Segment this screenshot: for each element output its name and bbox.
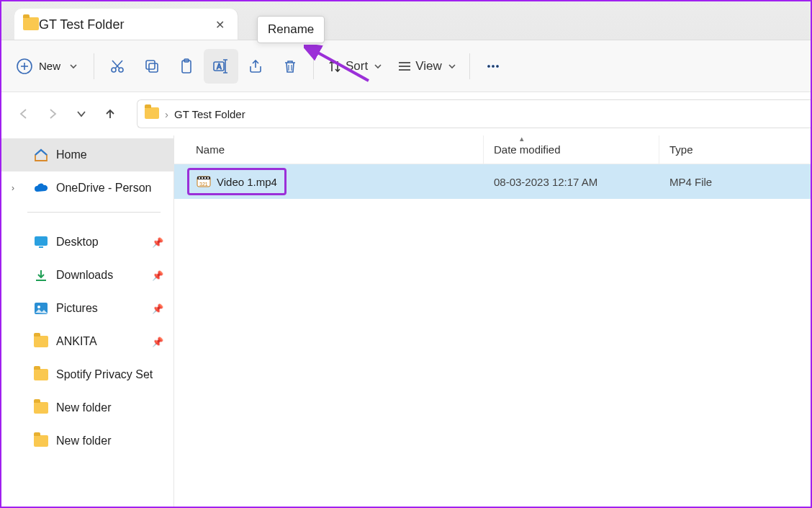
rename-tooltip: Rename [257, 16, 325, 43]
copy-button[interactable] [135, 49, 169, 84]
divider [27, 212, 161, 213]
forward-button[interactable] [40, 102, 65, 126]
sidebar-item-newfolder[interactable]: New folder [1, 391, 173, 424]
nav-row: › GT Test Folder [1, 92, 811, 135]
sort-label: Sort [346, 59, 368, 73]
address-bar[interactable]: › GT Test Folder [137, 99, 811, 128]
sidebar: Home › OneDrive - Person Desktop 📌 Downl… [1, 135, 174, 507]
column-header-date[interactable]: Date modified [484, 135, 659, 164]
new-button[interactable]: New [9, 49, 88, 84]
column-header-name[interactable]: Name [174, 135, 484, 164]
trash-icon [281, 58, 299, 75]
pictures-icon [33, 300, 49, 316]
rename-icon: A [212, 58, 230, 75]
paste-button[interactable] [169, 49, 204, 84]
toolbar: New A Sort View [1, 40, 811, 92]
sidebar-item-pictures[interactable]: Pictures 📌 [1, 292, 173, 325]
svg-text:321: 321 [199, 182, 208, 187]
pin-icon: 📌 [152, 237, 163, 248]
svg-rect-24 [39, 246, 43, 248]
svg-point-20 [487, 65, 490, 67]
sidebar-label: New folder [56, 401, 111, 414]
share-button[interactable] [238, 49, 273, 84]
column-header-type[interactable]: Type [659, 135, 811, 164]
new-label: New [39, 60, 60, 72]
sidebar-label: Pictures [56, 302, 98, 315]
breadcrumb-separator: › [165, 108, 168, 120]
download-icon [33, 267, 49, 283]
sidebar-label: Desktop [56, 236, 99, 249]
svg-rect-9 [146, 61, 155, 69]
divider [469, 53, 470, 79]
svg-point-21 [492, 65, 494, 67]
sidebar-item-spotify[interactable]: Spotify Privacy Set [1, 358, 173, 391]
svg-text:A: A [217, 63, 222, 71]
sidebar-item-onedrive[interactable]: › OneDrive - Person [1, 171, 173, 205]
window-tab[interactable]: GT Test Folder ✕ [14, 9, 238, 40]
sidebar-label: Downloads [56, 269, 113, 282]
sidebar-label: Spotify Privacy Set [56, 368, 153, 381]
sidebar-label: New folder [56, 435, 111, 447]
sort-indicator-icon: ▴ [520, 134, 524, 143]
more-button[interactable] [476, 49, 510, 84]
file-type: MP4 File [659, 176, 811, 188]
scissors-icon [109, 58, 126, 75]
folder-icon [23, 17, 39, 32]
copy-icon [143, 58, 161, 75]
sort-button[interactable]: Sort [320, 49, 389, 84]
sidebar-label: OneDrive - Person [56, 182, 152, 195]
pin-icon: 📌 [152, 303, 163, 314]
rename-button[interactable]: A [204, 49, 238, 84]
cloud-icon [33, 180, 49, 196]
svg-rect-29 [199, 177, 200, 179]
svg-point-22 [496, 65, 498, 67]
plus-circle-icon [16, 58, 33, 75]
svg-rect-8 [149, 63, 158, 72]
sidebar-item-newfolder[interactable]: New folder [1, 424, 173, 458]
folder-icon [33, 367, 49, 383]
folder-icon [33, 400, 49, 416]
close-icon[interactable]: ✕ [212, 15, 227, 35]
file-name: Video 1.mp4 [217, 176, 277, 188]
sort-icon [327, 58, 343, 74]
folder-icon [33, 334, 49, 349]
recent-dropdown[interactable] [69, 102, 94, 126]
sidebar-label: ANKITA [56, 335, 97, 348]
pin-icon: 📌 [152, 270, 163, 281]
chevron-down-icon [374, 62, 382, 71]
file-list: ▴ Name Date modified Type 321 Video 1.mp… [174, 135, 811, 507]
up-button[interactable] [98, 102, 122, 126]
sidebar-item-downloads[interactable]: Downloads 📌 [1, 259, 173, 292]
svg-rect-32 [207, 177, 209, 179]
file-row[interactable]: 321 Video 1.mp4 08-03-2023 12:17 AM MP4 … [174, 164, 811, 199]
sidebar-label: Home [56, 148, 87, 161]
chevron-down-icon [69, 62, 78, 71]
breadcrumb-current[interactable]: GT Test Folder [174, 108, 245, 120]
sidebar-item-ankita[interactable]: ANKITA 📌 [1, 325, 173, 358]
home-icon [33, 147, 49, 163]
divider [313, 53, 314, 79]
chevron-down-icon [448, 62, 456, 71]
delete-button[interactable] [273, 49, 307, 84]
folder-icon [145, 107, 159, 121]
chevron-right-icon[interactable]: › [12, 183, 14, 193]
sidebar-item-home[interactable]: Home [1, 138, 173, 171]
desktop-icon [33, 234, 49, 250]
svg-rect-23 [35, 236, 48, 246]
view-button[interactable]: View [389, 49, 464, 84]
title-tab-bar: GT Test Folder ✕ [1, 1, 811, 40]
view-list-icon [397, 58, 412, 74]
file-date: 08-03-2023 12:17 AM [484, 176, 659, 188]
tab-title: GT Test Folder [39, 17, 212, 32]
cut-button[interactable] [100, 49, 135, 84]
file-name-highlight: 321 Video 1.mp4 [187, 168, 287, 195]
sidebar-item-desktop[interactable]: Desktop 📌 [1, 226, 173, 259]
video-file-icon: 321 [197, 174, 211, 189]
folder-icon [33, 433, 49, 449]
back-button[interactable] [12, 102, 36, 126]
svg-point-26 [37, 306, 40, 308]
svg-rect-30 [202, 177, 203, 179]
svg-rect-31 [204, 177, 206, 179]
column-headers: ▴ Name Date modified Type [174, 135, 811, 164]
pin-icon: 📌 [152, 337, 163, 347]
